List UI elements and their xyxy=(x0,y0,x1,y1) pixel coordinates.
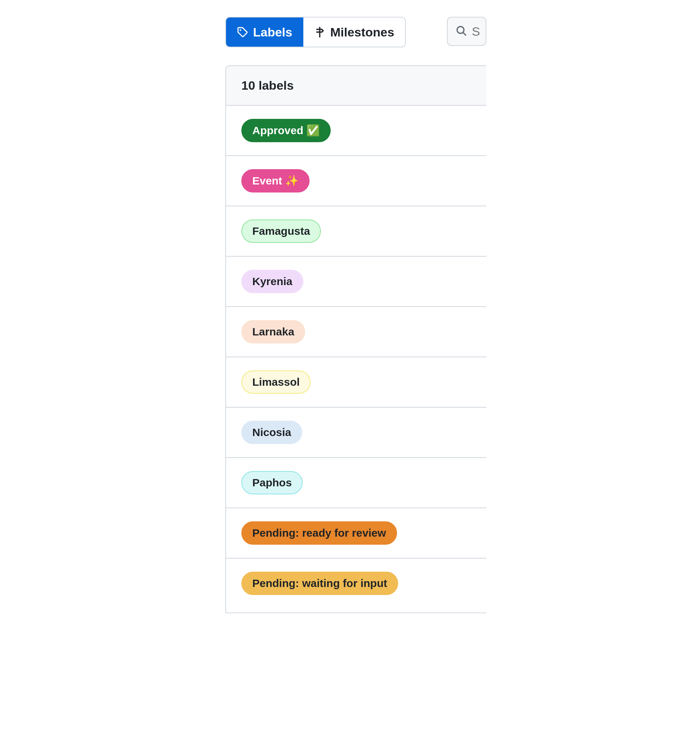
label-pill[interactable]: Limassol xyxy=(241,370,310,394)
label-row: Larnaka xyxy=(226,307,486,357)
tab-milestones[interactable]: Milestones xyxy=(303,18,406,47)
labels-count-text: 10 labels xyxy=(241,78,294,92)
label-row: Approved ✅ xyxy=(226,106,486,156)
label-row: Famagusta xyxy=(226,206,486,257)
label-pill[interactable]: Approved ✅ xyxy=(241,119,331,142)
search-box[interactable] xyxy=(447,17,486,46)
label-pill[interactable]: Pending: ready for review xyxy=(241,521,397,545)
milestone-icon xyxy=(314,26,325,38)
label-row: Event ✨ xyxy=(226,156,486,206)
label-row: Kyrenia xyxy=(226,257,486,307)
labels-count-header: 10 labels xyxy=(226,66,486,106)
label-pill[interactable]: Event ✨ xyxy=(241,169,310,193)
label-pill[interactable]: Nicosia xyxy=(241,421,302,444)
label-pill[interactable]: Paphos xyxy=(241,471,303,494)
label-pill[interactable]: Kyrenia xyxy=(241,270,303,293)
tag-icon xyxy=(237,26,248,38)
search-input[interactable] xyxy=(472,24,486,39)
labels-milestones-tabs: Labels Milestones xyxy=(225,17,406,47)
label-pill[interactable]: Larnaka xyxy=(241,320,305,344)
label-row: Paphos xyxy=(226,458,486,508)
label-pill[interactable]: Pending: waiting for input xyxy=(241,572,398,595)
labels-panel: 10 labels Approved ✅Event ✨FamagustaKyre… xyxy=(225,65,486,613)
label-row: Nicosia xyxy=(226,407,486,458)
label-row: Pending: waiting for input xyxy=(226,559,486,613)
label-row: Limassol xyxy=(226,357,486,407)
label-row: Pending: ready for review xyxy=(226,508,486,559)
tab-milestones-text: Milestones xyxy=(330,25,394,40)
label-pill[interactable]: Famagusta xyxy=(241,219,321,243)
search-icon xyxy=(456,25,467,38)
tab-labels[interactable]: Labels xyxy=(226,18,303,47)
tab-labels-text: Labels xyxy=(253,25,293,40)
svg-point-0 xyxy=(240,29,241,31)
